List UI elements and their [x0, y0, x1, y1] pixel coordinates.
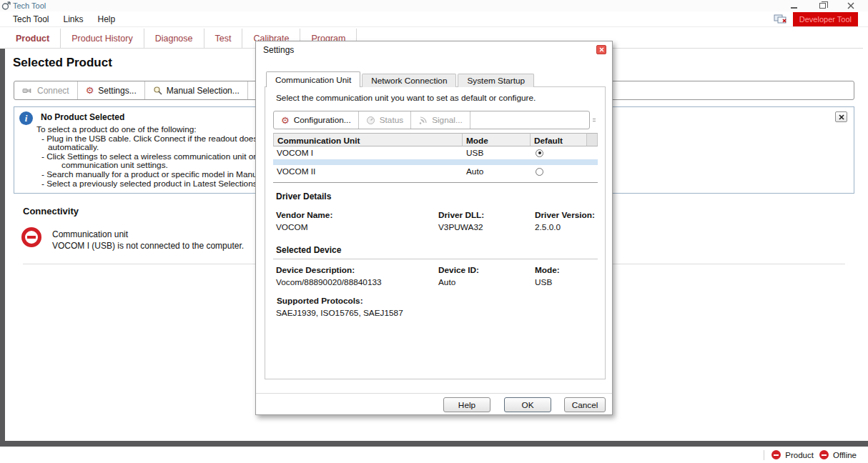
developer-tool-badge: Developer Tool	[793, 12, 858, 26]
menubar: Tech Tool Links Help Developer Tool	[0, 11, 868, 27]
manual-selection-label: Manual Selection...	[167, 86, 240, 96]
close-icon	[599, 47, 604, 52]
signal-icon	[418, 116, 428, 125]
device-mode-label: Mode:	[535, 265, 560, 275]
communication-unit-panel: Select the communication unit you want t…	[265, 86, 606, 379]
connectivity-heading: Connectivity	[23, 206, 79, 216]
dialog-description: Select the communication unit you want t…	[276, 93, 536, 103]
column-header-default: Default	[531, 133, 587, 146]
communication-unit-status: VOCOM I (USB) is not connected to the co…	[52, 241, 244, 251]
window-controls	[789, 1, 868, 10]
tab-product-history-label: Product History	[71, 34, 132, 44]
communication-unit-label: Communication unit	[52, 229, 128, 239]
communication-unit-table: Communication Unit Mode Default VOCOM I …	[273, 133, 598, 183]
default-cell	[531, 146, 587, 159]
info-title: No Product Selected	[41, 112, 124, 122]
menubar-right: Developer Tool	[774, 12, 868, 26]
cancel-button[interactable]: Cancel	[564, 397, 606, 412]
ok-button[interactable]: OK	[504, 397, 551, 412]
product-status-icon	[771, 450, 781, 459]
device-description-value: Vocom/88890020/88840133	[276, 277, 382, 287]
table-row-vocom2[interactable]: VOCOM II Auto	[273, 165, 598, 178]
dialog-tab-label: Communication Unit	[275, 75, 351, 85]
supported-protocols-label: Supported Protocols:	[277, 296, 363, 306]
divider	[273, 259, 598, 259]
dialog-tabbar: Communication Unit Network Connection Sy…	[266, 71, 536, 87]
dialog-close-button[interactable]	[596, 45, 606, 54]
manual-selection-button[interactable]: Manual Selection...	[145, 81, 248, 99]
minimize-button[interactable]	[789, 1, 798, 10]
status-label: Status	[380, 115, 403, 125]
tab-diagnose[interactable]: Diagnose	[144, 29, 204, 48]
vendor-name-label: Vendor Name:	[276, 210, 332, 220]
product-status-label: Product	[785, 451, 814, 459]
driver-version-label: Driver Version:	[535, 210, 595, 220]
connect-button[interactable]: Connect	[14, 81, 78, 99]
menu-links[interactable]: Links	[63, 14, 83, 24]
settings-label: Settings...	[98, 86, 136, 96]
table-row-vocom1[interactable]: VOCOM I USB	[273, 146, 598, 159]
selected-device-heading: Selected Device	[276, 245, 341, 255]
window-title: Tech Tool	[13, 1, 46, 10]
toolbar-overflow-handle[interactable]	[592, 114, 596, 126]
selected-row-highlight	[273, 159, 598, 165]
info-close-button[interactable]	[835, 111, 847, 122]
titlebar: Tech Tool	[0, 0, 868, 11]
help-button[interactable]: Help	[443, 397, 490, 412]
unit-cell: VOCOM I	[273, 146, 463, 159]
offline-status-label: Offline	[833, 451, 857, 459]
restore-button[interactable]	[818, 1, 827, 10]
app-window: Tech Tool Tech Tool Links Help Develope	[0, 0, 868, 463]
dialog-tab-label: System Startup	[467, 76, 525, 86]
dialog-tab-communication-unit[interactable]: Communication Unit	[266, 71, 360, 87]
tab-test[interactable]: Test	[204, 29, 243, 48]
dialog-title: Settings	[263, 45, 294, 55]
menu-tech-tool[interactable]: Tech Tool	[13, 14, 49, 24]
statusbar-offline: Offline	[819, 450, 857, 459]
settings-gear-icon: ⚙	[86, 86, 94, 95]
app-logo-icon	[1, 1, 11, 11]
column-header-filler	[587, 133, 598, 146]
statusbar: Product Offline	[0, 447, 868, 463]
dialog-toolbar: ⚙ Configuration... Status	[273, 111, 590, 129]
column-header-mode: Mode	[463, 133, 531, 146]
status-button[interactable]: Status	[359, 111, 411, 129]
default-radio-vocom1[interactable]	[536, 149, 543, 157]
configuration-button[interactable]: ⚙ Configuration...	[274, 111, 359, 129]
tab-product-history[interactable]: Product History	[61, 29, 144, 48]
settings-dialog: Settings Communication Unit Network Conn…	[255, 41, 613, 415]
device-id-value: Auto	[438, 277, 455, 287]
driver-details-heading: Driver Details	[276, 191, 331, 201]
mode-cell: Auto	[463, 165, 531, 178]
connect-label: Connect	[37, 86, 69, 96]
signal-button[interactable]: Signal...	[411, 111, 470, 129]
info-icon: i	[19, 111, 33, 125]
window-frame-bottom	[0, 441, 868, 447]
minimize-icon	[791, 7, 797, 9]
driver-dll-label: Driver DLL:	[438, 210, 484, 220]
divider	[256, 393, 612, 394]
page-title: Selected Product	[13, 56, 112, 70]
window-frame-left	[0, 49, 5, 441]
default-radio-vocom2[interactable]	[536, 168, 543, 176]
dialog-tab-system-startup[interactable]: System Startup	[458, 74, 534, 87]
close-icon	[839, 114, 844, 120]
mode-cell: USB	[463, 146, 531, 159]
dialog-tab-label: Network Connection	[371, 76, 447, 86]
statusbar-product: Product	[771, 450, 814, 459]
settings-button[interactable]: ⚙ Settings...	[78, 81, 145, 99]
connect-plug-icon	[22, 86, 33, 95]
unit-cell: VOCOM II	[273, 165, 463, 178]
vendor-name-value: VOCOM	[276, 222, 308, 232]
default-cell	[531, 165, 587, 178]
tab-test-label: Test	[215, 34, 232, 44]
driver-version-value: 2.5.0.0	[535, 222, 561, 232]
menu-help[interactable]: Help	[98, 14, 116, 24]
tab-diagnose-label: Diagnose	[155, 34, 193, 44]
device-id-label: Device ID:	[438, 265, 479, 275]
dialog-tab-network-connection[interactable]: Network Connection	[362, 74, 456, 87]
close-window-button[interactable]	[847, 1, 855, 10]
tab-product[interactable]: Product	[5, 29, 61, 48]
driver-dll-value: V3PUWA32	[438, 222, 483, 232]
tab-product-label: Product	[16, 34, 49, 44]
